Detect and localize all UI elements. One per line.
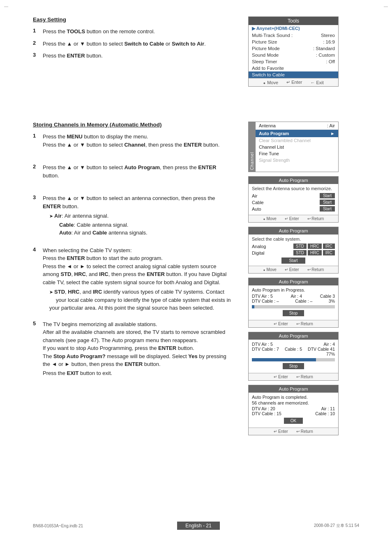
- auto-program-antenna-header: Auto Program: [249, 177, 338, 184]
- complete-footer-return: ↩ Return: [296, 429, 313, 434]
- corner-mark-tl: —: [4, 4, 8, 9]
- progress2-row1: DTV Air : 5 Air : 4: [252, 342, 335, 347]
- menu-item-channellist: Channel List: [256, 144, 338, 150]
- storing-step-text-3: Press the ▲ or ▼ button to select an ant…: [43, 194, 215, 210]
- complete-body: Auto Program is completed. 56 channels a…: [249, 393, 338, 428]
- progress2-footer-enter: ↵ Enter: [274, 375, 288, 379]
- channel-menu-spacer: [256, 163, 338, 172]
- progress2-dtv-air: DTV Air : 5: [252, 342, 273, 347]
- progress2-row2: DTV Cable : 7 Cable : 5 DTV Cable 41: [252, 347, 335, 352]
- progress1-dtv-air: DTV Air : 5: [252, 294, 273, 299]
- menu-item-signalstrength: Signal Strength: [256, 157, 338, 163]
- progress1-row1: DTV Air : 5 Air : 4 Cable 3: [252, 294, 335, 299]
- complete-air11: Air : 11: [321, 406, 335, 411]
- step3-cable: Cable: Cable antenna signal.: [59, 222, 247, 228]
- start-button-auto[interactable]: Start: [320, 206, 335, 212]
- digital-std-btn[interactable]: STD: [293, 250, 307, 255]
- tools-row-multitrack: Multi-Track Sound : Stereo: [249, 32, 338, 39]
- tools-row-picturemode: Picture Mode : Standard: [249, 45, 338, 52]
- tools-panel-header: Tools: [249, 17, 338, 25]
- storing-step-1: 1 Press the MENU button to display the m…: [33, 133, 247, 149]
- storing-step-num-1: 1: [33, 133, 43, 139]
- storing-channels-title: Storing Channels in Memory (Automatic Me…: [33, 122, 247, 128]
- cable-label-analog: Analog: [252, 244, 266, 249]
- cable-label-digital: Digital: [252, 251, 265, 255]
- tools-label-multitrack: Multi-Track Sound :: [252, 33, 293, 38]
- tools-row-anynet: ▶ Anynet+(HDMI-CEC): [249, 25, 338, 32]
- cable-footer-move: ⬥ Move: [263, 267, 277, 272]
- auto-footer-return: ↩ Return: [307, 216, 324, 221]
- step4-bullet-std: STD, HRC, and IRC identify various types…: [49, 288, 247, 312]
- stop-button-1[interactable]: Stop: [283, 310, 304, 316]
- storing-step-text-1: Press the MENU button to display the men…: [43, 133, 219, 149]
- storing-step-num-2: 2: [33, 163, 43, 170]
- progress1-header: Auto Program: [249, 278, 338, 285]
- storing-step-4: 4 When selecting the Cable TV system: Pr…: [33, 246, 247, 287]
- analog-std-btn[interactable]: STD: [293, 244, 307, 249]
- easy-step-2: 2 Press the ▲ or ▼ button to select Swit…: [33, 40, 247, 48]
- channel-menu-panel-section: Channel Antenna : Air Auto Program ► Cle…: [248, 122, 367, 172]
- complete-header: Auto Program: [249, 385, 338, 393]
- tools-label-switchtocable: Switch to Cable: [252, 72, 285, 77]
- storing-step-num-5: 5: [33, 320, 43, 326]
- progress1-footer: ↵ Enter ↩ Return: [249, 320, 338, 327]
- progress1-pct: 3%: [329, 299, 335, 303]
- antenna-row: Antenna : Air: [256, 122, 338, 130]
- tools-footer: ⬥ Move ↵ Enter ← Exit: [249, 78, 338, 86]
- progress2-pct-row: 77%: [252, 352, 335, 356]
- auto-program-complete-panel: Auto Program Auto Program is completed. …: [248, 385, 339, 435]
- step-num-2: 2: [33, 40, 43, 46]
- footer-right: 2008-08-27 오후 5:11 54: [314, 523, 359, 529]
- complete-row2: DTV Cable : 15 Cable : 10: [252, 411, 335, 416]
- cable-footer-return: ↩ Return: [307, 267, 324, 272]
- easy-setting-title: Easy Setting: [33, 16, 247, 23]
- auto-program-progress2-section: Auto Program DTV Air : 5 Air : 4 DTV Cab…: [248, 332, 367, 381]
- tools-row-picturesize: Picture Size : 16:9: [249, 39, 338, 45]
- storing-step-3: 3 Press the ▲ or ▼ button to select an a…: [33, 194, 247, 210]
- tools-panel: Tools ▶ Anynet+(HDMI-CEC) Multi-Track So…: [248, 16, 339, 87]
- progress2-pct: 77%: [326, 352, 335, 356]
- stop-button-2[interactable]: Stop: [283, 363, 304, 369]
- channel-menu-items: Auto Program ► Clear Scrambled Channel C…: [256, 130, 338, 172]
- auto-program-complete-section: Auto Program Auto Program is completed. …: [248, 385, 367, 435]
- auto-row-cable: Cable Start: [252, 200, 335, 205]
- complete-dtv-cable15: DTV Cable : 15: [252, 411, 281, 416]
- cable-system-footer: ⬥ Move ↵ Enter ↩ Return: [249, 266, 338, 273]
- analog-irc-btn[interactable]: IRC: [323, 244, 335, 249]
- storing-step-num-4: 4: [33, 246, 43, 253]
- tools-footer-exit: ← Exit: [310, 80, 323, 85]
- start-button-air[interactable]: Start: [320, 193, 335, 198]
- progress2-bar-inner: [252, 358, 316, 361]
- digital-hrc-btn[interactable]: HRC: [308, 250, 322, 255]
- start-button-cable[interactable]: Start: [320, 200, 335, 205]
- channel-menu-panel: Channel Antenna : Air Auto Program ► Cle…: [248, 122, 339, 172]
- progress2-footer-return: ↩ Return: [296, 375, 313, 379]
- page-footer: BN68-01653A~Eng.indb 21 English - 21 200…: [0, 522, 392, 530]
- progress1-air4: Air : 4: [291, 294, 302, 299]
- ok-button[interactable]: OK: [284, 418, 303, 424]
- progress1-cable3: Cable 3: [320, 294, 335, 299]
- auto-program-progress2-panel: Auto Program DTV Air : 5 Air : 4 DTV Cab…: [248, 332, 339, 381]
- auto-program-antenna-desc: Select the Antenna source to memorize.: [252, 186, 335, 191]
- digital-irc-btn[interactable]: IRC: [323, 250, 335, 255]
- channel-menu-content: Antenna : Air Auto Program ► Clear Scram…: [256, 122, 338, 172]
- analog-hrc-btn[interactable]: HRC: [308, 244, 322, 249]
- complete-line2: 56 channels are memorized.: [252, 400, 335, 405]
- progress1-footer-return: ↩ Return: [296, 322, 313, 326]
- cable-start-button[interactable]: Start: [281, 258, 305, 264]
- tools-label-picturesize: Picture Size: [252, 39, 277, 44]
- menu-item-autoprog: Auto Program ►: [256, 130, 338, 137]
- tools-label-addtofavorite: Add to Favorite: [252, 66, 284, 71]
- easy-step-1: 1 Press the TOOLS button on the remote c…: [33, 28, 247, 36]
- storing-step-num-3: 3: [33, 194, 43, 200]
- progress1-cable-dash: Cable : –: [295, 299, 312, 303]
- footer-left: BN68-01653A~Eng.indb 21: [33, 524, 83, 528]
- cable-start-wrapper: Start: [252, 258, 335, 264]
- progress1-body: Auto Program in Progress. DTV Air : 5 Ai…: [249, 285, 338, 320]
- tools-footer-move: ⬥ Move: [263, 80, 278, 85]
- analog-btn-group: STD HRC IRC: [293, 244, 335, 249]
- progress2-air4: Air : 4: [324, 342, 335, 347]
- step3-bullet-air: Air: Air antenna signal.: [49, 212, 247, 220]
- anynet-label: ▶ Anynet+(HDMI-CEC): [252, 26, 300, 31]
- auto-program-progress1-section: Auto Program Auto Program in Progress. D…: [248, 278, 367, 328]
